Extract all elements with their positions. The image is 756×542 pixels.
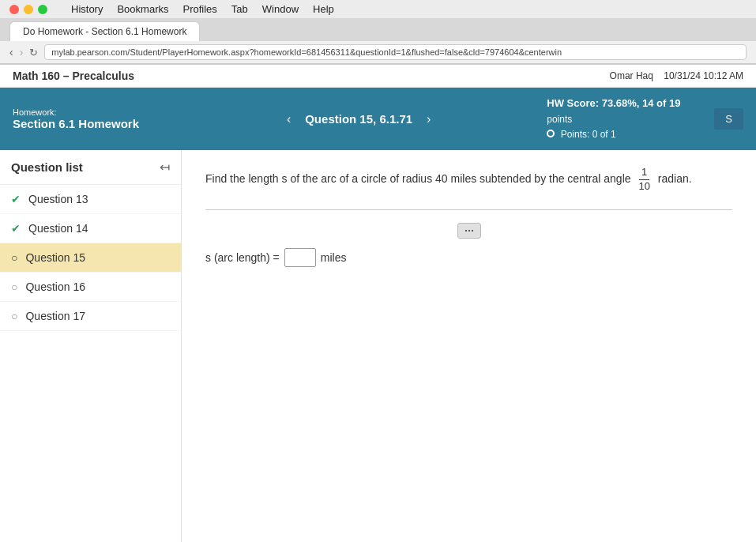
menu-tab[interactable]: Tab [231,3,248,15]
fraction-numerator: 1 [639,166,649,180]
sidebar-item-q13[interactable]: ✔ Question 13 [0,185,181,214]
sidebar-item-q16[interactable]: ○ Question 16 [0,273,181,302]
sidebar-item-label-q13: Question 13 [28,193,88,205]
window-minimize[interactable] [24,5,33,14]
answer-row: s (arc length) = miles [205,248,732,267]
fraction: 1 10 [636,166,652,194]
sidebar-collapse-button[interactable]: ↤ [160,160,170,175]
menu-help[interactable]: Help [313,3,334,15]
points-row: points [547,112,705,127]
answer-label: s (arc length) = [205,251,280,264]
menu-window[interactable]: Window [262,3,299,15]
check-icon-q14: ✔ [11,222,21,235]
sidebar-item-q15[interactable]: ○ Question 15 [0,243,181,273]
check-icon-q13: ✔ [11,193,21,205]
answer-unit: miles [321,251,347,264]
browser-tab[interactable]: Do Homework - Section 6.1 Homework [9,21,200,41]
sidebar-item-label-q17: Question 17 [25,310,85,322]
nav-forward-icon[interactable]: › [20,46,24,58]
nav-back-icon[interactable]: ‹ [9,46,13,58]
points-value-row: Points: 0 of 1 [547,127,705,142]
address-bar-input[interactable]: mylab.pearson.com/Student/PlayerHomework… [44,44,747,60]
next-question-button[interactable]: › [420,109,437,130]
points-value: Points: 0 of 1 [561,129,616,140]
divider [205,209,732,210]
page-header: Math 160 – Precalculus Omar Haq 10/31/24… [0,65,756,88]
main-layout: Question list ↤ ✔ Question 13 ✔ Question… [0,150,756,542]
save-button[interactable]: S [714,108,743,130]
question-text-before: Find the length s of the arc of a circle… [205,172,631,185]
question-nav-label: Question 15, 6.1.71 [305,112,412,126]
score-block: HW Score: 73.68%, 14 of 19 points Points… [547,96,705,142]
sidebar-item-label-q16: Question 16 [25,280,85,293]
course-title: Math 160 – Precalculus [13,70,134,82]
menu-history[interactable]: History [71,3,103,15]
hw-label: Homework: [13,107,171,117]
sidebar-title: Question list [11,160,83,174]
question-text-after: radian. [658,172,692,185]
user-name: Omar Haq [610,70,653,81]
more-button[interactable]: ⋯ [457,223,481,239]
question-list-sidebar: Question list ↤ ✔ Question 13 ✔ Question… [0,150,182,542]
content-area: Find the length s of the arc of a circle… [182,150,756,542]
question-nav-block: ‹ Question 15, 6.1.71 › [171,109,547,130]
window-maximize[interactable] [38,5,47,14]
menu-bookmarks[interactable]: Bookmarks [117,3,168,15]
fraction-denominator: 10 [636,180,652,194]
window-close[interactable] [9,5,19,14]
hw-header: Homework: Section 6.1 Homework ‹ Questio… [0,88,756,150]
sidebar-item-q17[interactable]: ○ Question 17 [0,302,181,331]
hw-title: Section 6.1 Homework [13,117,171,130]
question-text: Find the length s of the arc of a circle… [205,166,732,194]
sidebar-item-label-q15: Question 15 [25,251,85,264]
user-datetime: Omar Haq 10/31/24 10:12 AM [610,70,743,81]
sidebar-header: Question list ↤ [0,150,181,185]
answer-input[interactable] [284,248,316,267]
circle-icon-q16: ○ [11,280,17,293]
datetime: 10/31/24 10:12 AM [664,70,743,81]
hw-score-label: HW Score: 73.68%, 14 of 19 [547,97,680,109]
nav-refresh-icon[interactable]: ↻ [29,47,38,58]
sidebar-item-label-q14: Question 14 [28,222,88,235]
points-circle-icon [547,130,555,137]
circle-icon-q15: ○ [11,251,17,264]
menu-profiles[interactable]: Profiles [182,3,216,15]
sidebar-item-q14[interactable]: ✔ Question 14 [0,214,181,243]
hw-title-block: Homework: Section 6.1 Homework [13,107,171,130]
circle-icon-q17: ○ [11,310,17,322]
prev-question-button[interactable]: ‹ [280,109,297,130]
